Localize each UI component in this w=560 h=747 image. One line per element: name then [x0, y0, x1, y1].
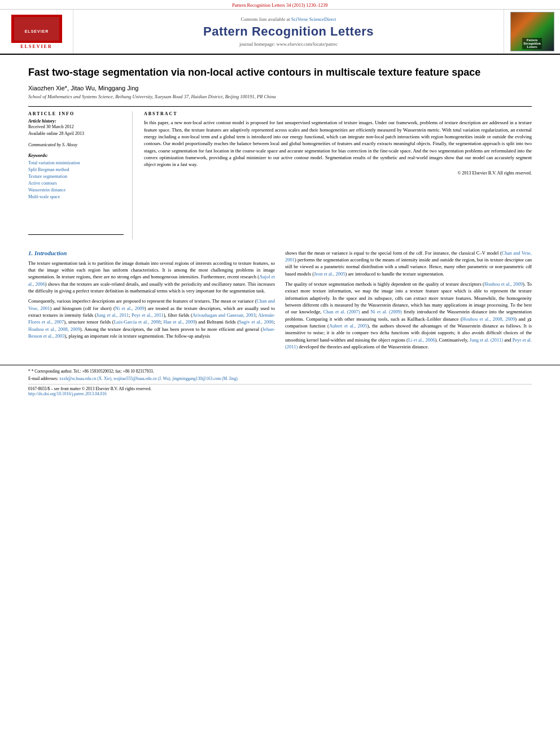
ref-peyr: Peyr et al., 2011: [132, 312, 164, 318]
ref-ni: Ni et al., 2009: [115, 305, 145, 311]
journal-cover-area: PatternRecognitionLetters: [504, 10, 560, 54]
journal-header-center: Contents lists available at SciVerse Sci…: [73, 10, 504, 54]
ref-ari: Arivazhagan and Ganesan, 2003: [193, 312, 256, 318]
elsevier-logo-area: ELSEVIER ELSEVIER: [0, 10, 73, 54]
star-footnote: * * Corresponding author. Tel.: +86 1581…: [28, 369, 532, 375]
copyright-notice: © 2013 Elsevier B.V. All rights reserved…: [144, 171, 532, 176]
cover-label: PatternRecognitionLetters: [522, 38, 542, 49]
issn-line: 0167-8655/$ – see front matter © 2013 El…: [28, 386, 532, 391]
ref-li: Li et al., 2006: [408, 337, 435, 343]
article-footer: * * Corresponding author. Tel.: +86 1581…: [0, 365, 560, 400]
affiliation: School of Mathematics and Systems Scienc…: [28, 94, 532, 99]
keyword-2: Split Bregman method: [28, 167, 124, 173]
keyword-3: Texture segmentation: [28, 173, 124, 180]
authors-text: Xiaozhen Xie*, Jitao Wu, Minggang Jing: [28, 85, 138, 91]
keyword-4: Active contours: [28, 180, 124, 187]
article-info-column: ARTICLE INFO Article history: Received 3…: [28, 111, 133, 239]
communicated-by: Communicated by S. Aksoy: [28, 142, 124, 147]
journal-title: Pattern Recognition Letters: [203, 24, 374, 39]
email-label: E-mail addresses:: [28, 376, 58, 381]
article-content: Fast two-stage segmentation via non-loca…: [0, 55, 560, 365]
email-footnote: E-mail addresses: xxxh@ss.buaa.edu.cn (X…: [28, 376, 532, 382]
body-columns: 1. Introduction The texture segmentation…: [28, 250, 532, 353]
received-date: Received 30 March 2012: [28, 124, 124, 130]
info-bottom-divider: [28, 234, 124, 235]
elsevier-logo-box: ELSEVIER: [11, 15, 62, 43]
doi-line: http://dx.doi.org/10.1016/j.patrec.2013.…: [28, 391, 532, 396]
sciverse-prefix: Contents lists available at: [241, 16, 290, 22]
elsevier-wordmark: ELSEVIER: [20, 44, 52, 49]
journal-reference-bar: Pattern Recognition Letters 34 (2013) 12…: [0, 0, 560, 10]
ref-chan2007: Chan et al. (2007): [323, 309, 360, 314]
sciverse-link-text: SciVerse ScienceDirect: [291, 16, 336, 22]
keyword-1: Total variation minimization: [28, 160, 124, 167]
ref-houhou2: Houhou et al., 2009: [484, 281, 523, 287]
ref-chan-vese-2: Chan and Vese, 2001: [285, 250, 532, 263]
body-right-column: shows that the mean or variance is equal…: [285, 250, 532, 353]
authors-line: Xiaozhen Xie*, Jitao Wu, Minggang Jing: [28, 85, 532, 91]
ref-houhou1: Houhou et al., 2008, 2009: [28, 326, 80, 332]
journal-reference-text: Pattern Recognition Letters 34 (2013) 12…: [232, 2, 327, 8]
body-left-column: 1. Introduction The texture segmentation…: [28, 250, 275, 353]
ref-ni2009: Ni et al. (2009): [370, 309, 401, 314]
ref-chan-vese-1: Chan and Vese, 2001: [28, 298, 275, 311]
journal-cover-image: PatternRecognitionLetters: [510, 12, 554, 51]
ref-sagiv: Sagiv et al., 2006: [239, 319, 273, 325]
body-para-1: The texture segmentation task is to part…: [28, 260, 275, 295]
article-title: Fast two-stage segmentation via non-loca…: [28, 66, 532, 79]
keyword-6: Multi-scale space: [28, 194, 124, 200]
svg-rect-0: [14, 17, 59, 41]
sciverse-line: Contents lists available at SciVerse Sci…: [241, 16, 336, 22]
footer-code: 0167-8655/$ – see front matter © 2013 El…: [28, 384, 532, 396]
body-para-4: The quality of texture segmentation meth…: [285, 281, 532, 350]
article-info-heading: ARTICLE INFO: [28, 111, 124, 116]
abstract-column: ABSTRACT In this paper, a new non-local …: [144, 111, 532, 239]
ref-jung2011: Jung et al. (2011): [470, 337, 503, 343]
svg-text:ELSEVIER: ELSEVIER: [24, 29, 49, 33]
keyword-5: Wasserstein distance: [28, 187, 124, 194]
journal-header: ELSEVIER ELSEVIER Contents lists availab…: [0, 10, 560, 55]
section1-heading: 1. Introduction: [28, 250, 275, 256]
available-date: Available online 28 April 2013: [28, 130, 124, 137]
abstract-heading: ABSTRACT: [144, 111, 532, 116]
abstract-text: In this paper, a new non-local active co…: [144, 119, 532, 168]
ref-aujol: Aujol et al., 2006: [28, 274, 275, 286]
email-addresses: xxxh@ss.buaa.edu.cn (X. Xie), wujitao555…: [59, 376, 239, 381]
ref-jung: Jung et al., 2011: [97, 312, 129, 318]
ref-han: Han et al., 2009: [163, 319, 195, 325]
header-divider: [28, 106, 532, 107]
journal-homepage: journal homepage: www.elsevier.com/locat…: [239, 41, 338, 47]
body-para-3: shows that the mean or variance is equal…: [285, 250, 532, 277]
ref-houhou3: Houhou et al., 2008, 2009: [462, 316, 515, 322]
corresponding-author-note: * Corresponding author. Tel.: +86 158105…: [32, 369, 154, 374]
article-history-label: Article history:: [28, 119, 124, 124]
keywords-heading: Keywords:: [28, 153, 124, 158]
ref-aubert: Aubert et al., 2005: [329, 323, 368, 329]
ref-jeon: Jeon et al., 2005: [314, 271, 345, 277]
ref-luis: Luis-García et al., 2008: [114, 319, 161, 325]
keywords-list: Total variation minimization Split Bregm…: [28, 160, 124, 200]
article-info-abstract-columns: ARTICLE INFO Article history: Received 3…: [28, 111, 532, 239]
body-para-2: Consequently, various imperfect descript…: [28, 298, 275, 339]
